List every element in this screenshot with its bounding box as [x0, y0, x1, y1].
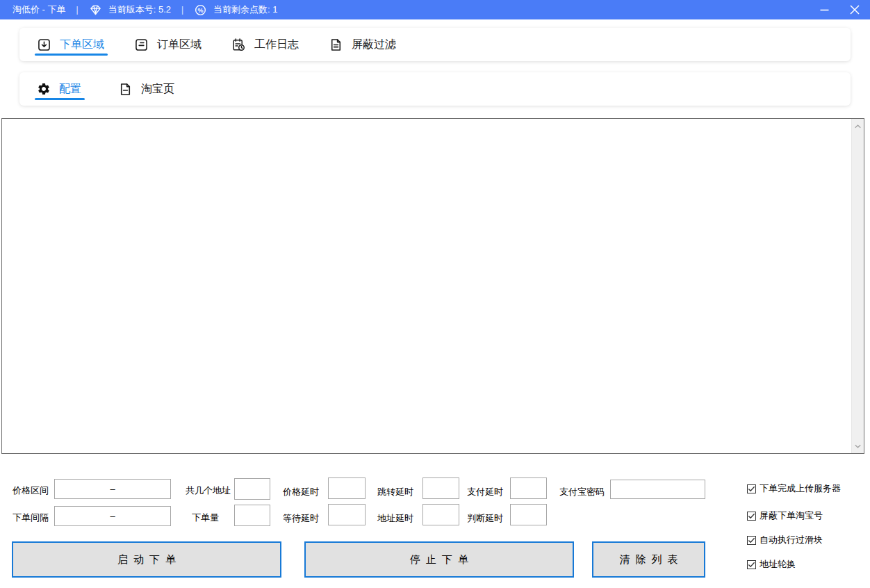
filter-doc-icon [329, 38, 343, 52]
tab-block-filter[interactable]: 屏蔽过滤 [329, 28, 396, 61]
checkbox-label: 下单完成上传服务器 [760, 482, 841, 495]
checkbox-checked-icon [747, 536, 756, 545]
price-delay-label: 价格延时 [283, 486, 319, 498]
tab-config[interactable]: 配置 [37, 72, 81, 106]
points-label: 当前剩余点数: 1 [213, 3, 277, 16]
minimize-button[interactable] [809, 0, 839, 19]
alipay-password-input[interactable] [610, 480, 705, 499]
checkbox-upload-server[interactable]: 下单完成上传服务器 [747, 482, 841, 495]
tab-label: 订单区域 [157, 38, 202, 52]
wait-delay-label: 等待延时 [283, 512, 319, 525]
order-interval-label: 下单间隔 [13, 512, 49, 524]
address-count-input[interactable] [234, 478, 270, 500]
checkbox-auto-slider[interactable]: 自动执行过滑块 [747, 534, 823, 546]
order-list-panel [1, 118, 864, 454]
order-download-icon [37, 38, 51, 52]
taobao-page-icon [118, 82, 133, 97]
checkbox-block-taobao-account[interactable]: 屏蔽下单淘宝号 [747, 509, 823, 522]
order-quantity-label: 下单量 [192, 512, 219, 524]
gear-icon [37, 82, 51, 96]
address-count-label: 共几个地址 [186, 484, 231, 497]
tab-label: 工作日志 [254, 38, 299, 52]
tab-label: 屏蔽过滤 [352, 38, 396, 52]
percent-circle-icon: % [194, 3, 207, 17]
version-label: 当前版本号: 5.2 [108, 3, 171, 16]
tab-order-list[interactable]: 订单区域 [134, 28, 202, 61]
titlebar-separator: | [76, 5, 79, 15]
address-delay-label: 地址延时 [377, 512, 413, 525]
checkbox-address-rotation[interactable]: 地址轮换 [747, 558, 796, 571]
window-controls [809, 0, 870, 19]
alipay-password-label: 支付宝密码 [559, 486, 605, 498]
primary-tab-bar: 下单区域 订单区域 工作日志 屏蔽 [19, 28, 851, 61]
start-order-button[interactable]: 启动下单 [12, 541, 281, 578]
price-range-label: 价格区间 [13, 484, 49, 497]
tab-taobao-page[interactable]: 淘宝页 [118, 72, 174, 106]
points-group: % 当前剩余点数: 1 [194, 3, 277, 17]
tab-order-area[interactable]: 下单区域 [37, 28, 104, 61]
scroll-up-icon[interactable] [852, 120, 864, 132]
tab-work-log[interactable]: 工作日志 [231, 28, 299, 61]
close-button[interactable] [839, 0, 870, 19]
app-title: 淘低价 - 下单 [13, 3, 66, 16]
order-quantity-input[interactable] [234, 505, 270, 526]
checkbox-checked-icon [747, 512, 756, 521]
tab-label: 下单区域 [60, 38, 104, 52]
checkbox-checked-icon [747, 484, 756, 493]
pay-delay-label: 支付延时 [467, 486, 503, 498]
jump-delay-input[interactable] [422, 477, 459, 499]
price-delay-input[interactable] [328, 477, 366, 499]
stop-order-button[interactable]: 停止下单 [304, 541, 574, 578]
title-bar: 淘低价 - 下单 | 当前版本号: 5.2 | % 当前剩余点数: 1 [0, 0, 870, 19]
address-delay-input[interactable] [422, 504, 459, 525]
checkbox-label: 屏蔽下单淘宝号 [760, 509, 823, 522]
order-interval-input[interactable] [54, 506, 171, 526]
jump-delay-label: 跳转延时 [377, 486, 413, 498]
checkbox-checked-icon [747, 560, 756, 569]
wait-delay-input[interactable] [328, 504, 366, 525]
secondary-tab-bar: 配置 淘宝页 [19, 72, 851, 106]
order-list-icon [134, 38, 149, 52]
clear-list-button[interactable]: 清除列表 [592, 541, 705, 578]
price-range-input[interactable] [54, 479, 171, 499]
pay-delay-input[interactable] [510, 477, 547, 499]
checkbox-label: 自动执行过滑块 [760, 534, 823, 546]
tab-label: 配置 [59, 82, 81, 97]
vertical-scrollbar[interactable] [851, 119, 864, 453]
work-log-icon [231, 38, 246, 52]
version-group: 当前版本号: 5.2 [89, 3, 171, 17]
judge-delay-input[interactable] [510, 504, 547, 525]
gem-icon [89, 3, 102, 17]
judge-delay-label: 判断延时 [467, 512, 503, 525]
tab-label: 淘宝页 [141, 82, 174, 97]
titlebar-separator: | [181, 5, 183, 15]
checkbox-label: 地址轮换 [760, 558, 796, 571]
scroll-down-icon[interactable] [852, 440, 864, 452]
svg-text:%: % [198, 6, 204, 13]
